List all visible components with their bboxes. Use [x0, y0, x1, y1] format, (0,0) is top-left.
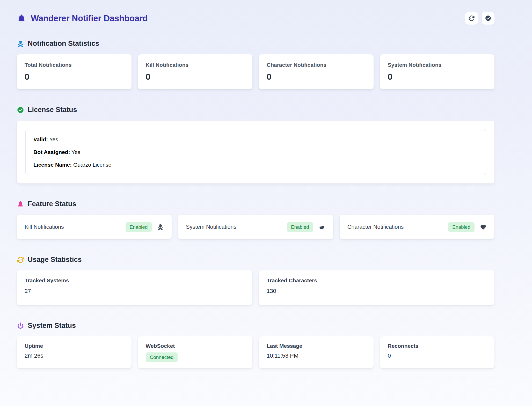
feature-status-group: Enabled	[287, 222, 325, 232]
license-card: Valid: Yes Bot Assigned: Yes License Nam…	[17, 121, 494, 183]
system-label: Uptime	[25, 343, 124, 349]
status-badge: Enabled	[126, 222, 152, 232]
feature-card-character-notifications: Character Notifications Enabled	[340, 215, 494, 239]
usage-value: 130	[267, 288, 487, 294]
license-name-value: Guarzo License	[73, 162, 111, 168]
usage-label: Tracked Characters	[267, 277, 487, 284]
license-valid-label: Valid:	[33, 136, 48, 142]
license-valid-row: Valid: Yes	[33, 136, 478, 142]
check-circle-icon	[17, 106, 24, 114]
system-card-websocket: WebSocket Connected	[138, 336, 253, 368]
header-actions	[465, 12, 494, 25]
stat-value: 0	[267, 72, 366, 82]
stat-card-system-notifications: System Notifications 0	[380, 54, 495, 89]
license-name-row: License Name: Guarzo License	[33, 162, 478, 168]
stat-value: 0	[25, 72, 124, 82]
usage-value: 27	[25, 288, 245, 294]
license-name-label: License Name:	[33, 162, 72, 168]
bell-icon	[17, 201, 24, 208]
page-title: Wanderer Notifier Dashboard	[31, 13, 148, 23]
feature-card-kill-notifications: Kill Notifications Enabled	[17, 215, 172, 239]
section-title: Feature Status	[28, 200, 76, 208]
license-details-box: Valid: Yes Bot Assigned: Yes License Nam…	[25, 129, 486, 175]
stat-card-grid: Total Notifications 0 Kill Notifications…	[17, 54, 494, 89]
status-badge: Enabled	[448, 222, 475, 232]
system-card-reconnects: Reconnects 0	[380, 336, 495, 368]
heart-icon	[480, 224, 487, 231]
feature-status-group: Enabled	[448, 222, 487, 232]
feature-status-group: Enabled	[126, 222, 164, 232]
stat-label: Character Notifications	[267, 62, 366, 68]
system-label: Reconnects	[388, 343, 487, 349]
system-label: WebSocket	[146, 343, 245, 349]
stat-card-kill-notifications: Kill Notifications 0	[138, 54, 253, 89]
bell-icon	[17, 14, 26, 23]
stat-card-total-notifications: Total Notifications 0	[17, 54, 132, 89]
refresh-icon	[468, 15, 475, 21]
section-header: System Status	[17, 322, 494, 330]
refresh-button[interactable]	[465, 12, 478, 25]
feature-label: Kill Notifications	[25, 224, 64, 230]
system-card-uptime: Uptime 2m 26s	[17, 336, 132, 368]
stat-value: 0	[388, 72, 487, 82]
skull-crossbones-icon	[17, 40, 24, 47]
stat-card-character-notifications: Character Notifications 0	[259, 54, 374, 89]
usage-card-tracked-characters: Tracked Characters 130	[259, 270, 494, 305]
system-value: 10:11:53 PM	[267, 352, 366, 359]
usage-card-grid: Tracked Systems 27 Tracked Characters 13…	[17, 270, 494, 305]
header-branding: Wanderer Notifier Dashboard	[17, 13, 148, 23]
usage-label: Tracked Systems	[25, 277, 245, 284]
cloud-icon	[318, 224, 325, 231]
section-title: System Status	[28, 322, 76, 330]
section-title: Usage Statistics	[28, 256, 82, 264]
section-header: Feature Status	[17, 200, 494, 208]
section-usage-statistics: Usage Statistics Tracked Systems 27 Trac…	[17, 256, 494, 305]
stat-label: System Notifications	[388, 62, 487, 68]
power-icon	[17, 322, 24, 329]
license-bot-assigned-row: Bot Assigned: Yes	[33, 149, 478, 155]
websocket-status-badge: Connected	[146, 352, 178, 362]
feature-card-system-notifications: System Notifications Enabled	[178, 215, 333, 239]
section-header: License Status	[17, 106, 494, 114]
section-license-status: License Status Valid: Yes Bot Assigned: …	[17, 106, 494, 183]
section-feature-status: Feature Status Kill Notifications Enable…	[17, 200, 494, 239]
section-title: License Status	[28, 106, 77, 114]
check-circle-icon	[485, 15, 491, 21]
feature-card-grid: Kill Notifications Enabled System Notifi…	[17, 215, 494, 239]
stat-label: Kill Notifications	[146, 62, 245, 68]
feature-label: System Notifications	[186, 224, 236, 230]
license-valid-value: Yes	[49, 136, 58, 142]
section-system-status: System Status Uptime 2m 26s WebSocket Co…	[17, 322, 494, 368]
system-value: 0	[388, 352, 487, 359]
license-bot-assigned-value: Yes	[71, 149, 80, 155]
system-card-grid: Uptime 2m 26s WebSocket Connected Last M…	[17, 336, 494, 368]
section-notification-statistics: Notification Statistics Total Notificati…	[17, 40, 494, 89]
feature-label: Character Notifications	[347, 224, 404, 230]
stat-value: 0	[146, 72, 245, 82]
skull-crossbones-icon	[157, 224, 164, 231]
status-check-button[interactable]	[482, 12, 494, 25]
stat-label: Total Notifications	[25, 62, 124, 68]
license-bot-assigned-label: Bot Assigned:	[33, 149, 70, 155]
dashboard-page: Wanderer Notifier Dashboard Notification…	[17, 0, 494, 368]
sync-icon	[17, 256, 24, 263]
page-header: Wanderer Notifier Dashboard	[17, 12, 494, 25]
usage-card-tracked-systems: Tracked Systems 27	[17, 270, 252, 305]
system-card-last-message: Last Message 10:11:53 PM	[259, 336, 374, 368]
system-label: Last Message	[267, 343, 366, 349]
section-header: Usage Statistics	[17, 256, 494, 264]
system-value: 2m 26s	[25, 352, 124, 359]
section-header: Notification Statistics	[17, 40, 494, 48]
status-badge: Enabled	[287, 222, 313, 232]
section-title: Notification Statistics	[28, 40, 99, 48]
